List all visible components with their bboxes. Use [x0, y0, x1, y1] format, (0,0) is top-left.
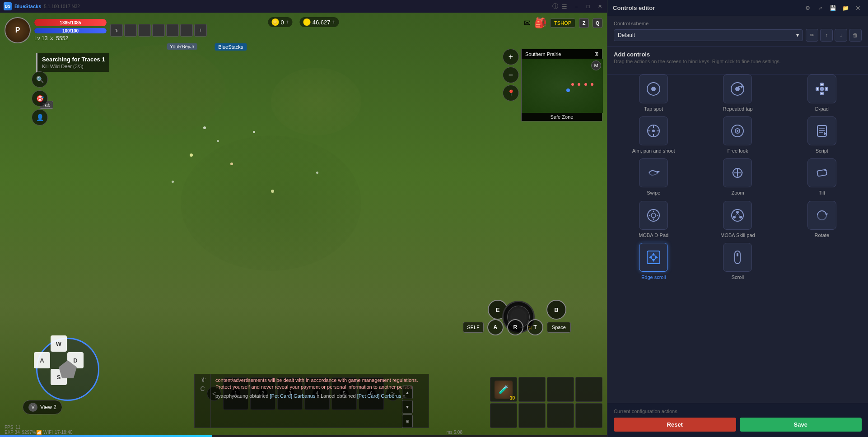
player-dot — [566, 88, 570, 92]
shop-btn[interactable]: TSHOP — [550, 19, 575, 28]
control-rotate[interactable]: Rotate — [782, 201, 862, 238]
reset-button[interactable]: Reset — [614, 418, 736, 432]
control-swipe[interactable]: Swipe — [614, 158, 693, 196]
svg-point-3 — [735, 87, 740, 91]
control-tilt[interactable]: Tilt — [782, 158, 862, 196]
skill-icon-2[interactable] — [124, 24, 137, 37]
skill-icon-7[interactable]: + — [194, 24, 207, 37]
chat-icon-1[interactable]: 🗡 — [200, 376, 206, 383]
add-gold-btn[interactable]: + — [332, 19, 336, 25]
scheme-value: Default — [618, 32, 635, 38]
inv-slot-2[interactable] — [518, 377, 546, 402]
control-dpad[interactable]: D-pad — [782, 74, 862, 112]
inv-slot-1[interactable]: 🧪 10 — [490, 377, 517, 402]
inv-slot-8[interactable] — [575, 403, 602, 428]
left-sidebar: 🔍 🎯 👤 — [32, 71, 48, 126]
dpad-left[interactable]: A — [34, 352, 50, 368]
sidebar-btn-search[interactable]: 🔍 — [32, 71, 48, 88]
moba-dpad-icon-box — [639, 201, 668, 230]
a-btn[interactable]: A — [487, 319, 504, 335]
dpad[interactable]: W S A D — [36, 338, 99, 401]
svg-point-43 — [739, 216, 742, 218]
footer-buttons: Reset Save — [614, 418, 862, 432]
svg-line-45 — [737, 214, 740, 216]
panel-settings-btn[interactable]: ⚙ — [803, 4, 812, 13]
panel-close-btn[interactable]: ✕ — [854, 4, 863, 13]
mini-map-expand-btn[interactable]: ⊞ — [594, 51, 598, 57]
add-coin-btn[interactable]: + — [286, 19, 289, 25]
maximize-button[interactable]: □ — [583, 1, 593, 12]
control-zoom[interactable]: Zoom — [698, 158, 777, 196]
minimize-button[interactable]: – — [571, 1, 582, 12]
z-key-badge[interactable]: Z — [579, 18, 589, 28]
skill-icon-3[interactable] — [138, 24, 151, 37]
info-icon[interactable]: ⓘ — [552, 2, 558, 10]
action-btn-b[interactable]: B — [546, 300, 566, 320]
close-button[interactable]: ✕ — [594, 1, 605, 12]
bluestacks-icon: BS — [4, 2, 12, 10]
panel-footer: Current configuration actions Reset Save — [607, 403, 868, 437]
map-expand-btn[interactable]: + — [503, 49, 519, 65]
control-edge-scroll[interactable]: Edge scroll — [614, 243, 693, 280]
skill-icon-4[interactable] — [152, 24, 165, 37]
scroll-layout-btn[interactable]: ⊞ — [402, 414, 413, 428]
fps-value: 11 — [15, 425, 20, 430]
t-btn[interactable]: T — [527, 319, 543, 335]
skill-icon-5[interactable] — [166, 24, 179, 37]
control-moba-dpad[interactable]: MOBA D-Pad — [614, 201, 693, 238]
control-repeated-tap[interactable]: Repeated tap — [698, 74, 777, 112]
save-button[interactable]: Save — [740, 418, 862, 432]
inv-slot-7[interactable] — [547, 403, 574, 428]
dpad-up[interactable]: W — [51, 335, 67, 352]
control-moba-skill[interactable]: MOBA Skill pad — [698, 201, 777, 238]
menu-icon[interactable]: ☰ — [562, 3, 567, 10]
skill-icon-6[interactable] — [180, 24, 193, 37]
sidebar-btn-1[interactable]: 🎯 — [32, 90, 48, 107]
gold-icon — [303, 19, 311, 26]
scheme-delete-btn[interactable]: 🗑 — [849, 29, 862, 42]
rotate-icon — [814, 207, 830, 223]
r-btn[interactable]: R — [507, 319, 523, 335]
q-key-badge[interactable]: Q — [593, 18, 602, 28]
scroll-down-btn[interactable]: ▼ — [402, 400, 413, 414]
sidebar-btn-person[interactable]: 👤 — [32, 109, 48, 126]
fps-info: FPS 11 EXP 34 9297% — [5, 425, 36, 435]
view-label: View 2 — [40, 404, 56, 410]
scheme-select[interactable]: Default ▾ — [614, 29, 803, 41]
scheme-edit-btn[interactable]: ✏ — [806, 29, 818, 42]
panel-share-btn[interactable]: ↗ — [816, 4, 825, 13]
player-hud: P 1385/1385 100/100 Lv 13 ⚔ 5552 — [5, 17, 207, 43]
skill-icon-1[interactable]: 🗡 — [110, 24, 123, 37]
inv-slot-5[interactable] — [490, 403, 517, 428]
add-controls-title: Add controls — [614, 51, 862, 58]
rotate-label: Rotate — [815, 232, 829, 238]
space-btn[interactable]: Space — [547, 322, 571, 333]
inventory-icon-btn[interactable]: 🎒 — [534, 17, 546, 29]
moba-dpad-icon — [645, 207, 662, 223]
enemy-dot — [571, 83, 574, 86]
inv-slot-3[interactable] — [547, 377, 574, 402]
chat-icon-2[interactable]: C — [200, 385, 205, 392]
panel-save-file-btn[interactable]: 💾 — [828, 4, 837, 13]
control-scroll[interactable]: Scroll — [698, 243, 777, 280]
inv-slot-6[interactable] — [518, 403, 546, 428]
stat-bars: 1385/1385 100/100 Lv 13 ⚔ 5552 — [34, 19, 107, 42]
svg-point-21 — [737, 130, 738, 132]
inv-slot-4[interactable] — [575, 377, 602, 402]
map-shrink-btn[interactable]: − — [503, 67, 519, 83]
view2-button[interactable]: V View 2 — [23, 400, 62, 414]
mail-icon-btn[interactable]: ✉ — [524, 18, 531, 28]
scroll-up-btn[interactable]: ▲ — [402, 386, 413, 399]
enemy-dot — [591, 83, 593, 86]
self-btn[interactable]: SELF — [463, 322, 484, 333]
control-free-look[interactable]: Free look — [698, 116, 777, 154]
scheme-import-btn[interactable]: ↓ — [835, 29, 847, 42]
control-aim-pan[interactable]: Aim, pan and shoot — [614, 116, 693, 154]
control-tap-spot[interactable]: Tap spot — [614, 74, 693, 112]
map-pin-btn[interactable]: 📍 — [503, 85, 519, 101]
m-key-badge[interactable]: M — [591, 60, 601, 70]
panel-folder-btn[interactable]: 📁 — [841, 4, 850, 13]
scheme-export-btn[interactable]: ↑ — [820, 29, 833, 42]
control-script[interactable]: Script — [782, 116, 862, 154]
chat-area: 🗡 C content/advertisements will be dealt… — [194, 374, 429, 428]
